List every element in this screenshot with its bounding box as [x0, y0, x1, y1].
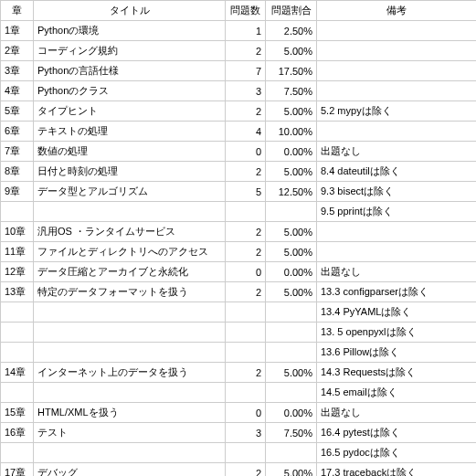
cell-title: テキストの処理 [34, 122, 226, 142]
cell-note: 13.3 configparserは除く [317, 282, 477, 302]
cell-ratio [266, 202, 317, 222]
table-row: 1章Pythonの環境12.50% [1, 21, 477, 41]
cell-count: 0 [226, 142, 266, 162]
cell-ratio: 7.50% [266, 81, 317, 101]
cell-note: 13.6 Pillowは除く [317, 343, 477, 363]
cell-title: 日付と時刻の処理 [34, 162, 226, 182]
cell-title: デバッグ [34, 463, 226, 477]
cell-chapter: 17章 [1, 463, 34, 477]
cell-ratio: 10.00% [266, 122, 317, 142]
cell-note [317, 81, 477, 101]
cell-note: 17.3 tracebackは除く [317, 463, 477, 477]
cell-chapter: 15章 [1, 403, 34, 423]
table-row: 11章ファイルとディレクトリへのアクセス25.00% [1, 242, 477, 262]
cell-ratio: 7.50% [266, 423, 317, 443]
cell-title [34, 202, 226, 222]
cell-ratio: 5.00% [266, 162, 317, 182]
cell-ratio: 5.00% [266, 222, 317, 242]
cell-chapter: 8章 [1, 162, 34, 182]
cell-chapter [1, 343, 34, 363]
table-row: 13章特定のデータフォーマットを扱う25.00%13.3 configparse… [1, 282, 477, 302]
cell-note: 14.5 emailは除く [317, 383, 477, 403]
table-row: 3章Pythonの言語仕様717.50% [1, 61, 477, 81]
table-row: 17章デバッグ25.00%17.3 tracebackは除く [1, 463, 477, 477]
cell-chapter: 10章 [1, 222, 34, 242]
cell-chapter: 7章 [1, 142, 34, 162]
cell-title: データ圧縮とアーカイブと永続化 [34, 262, 226, 282]
cell-title [34, 443, 226, 463]
cell-count [226, 323, 266, 343]
cell-count: 2 [226, 41, 266, 61]
cell-title: Pythonのクラス [34, 81, 226, 101]
cell-count: 2 [226, 242, 266, 262]
cell-title [34, 383, 226, 403]
cell-chapter: 6章 [1, 122, 34, 142]
table-body: 1章Pythonの環境12.50%2章コーディング規約25.00%3章Pytho… [1, 21, 477, 477]
cell-note: 出題なし [317, 262, 477, 282]
header-count: 問題数 [226, 1, 266, 21]
table-row: 13. 5 openpyxlは除く [1, 323, 477, 343]
cell-chapter: 5章 [1, 101, 34, 122]
cell-note [317, 41, 477, 61]
cell-count: 3 [226, 423, 266, 443]
cell-chapter [1, 443, 34, 463]
cell-title: データ型とアルゴリズム [34, 182, 226, 202]
cell-ratio: 0.00% [266, 262, 317, 282]
table-row: 14.5 emailは除く [1, 383, 477, 403]
cell-ratio [266, 323, 317, 343]
cell-count [226, 443, 266, 463]
cell-count: 2 [226, 363, 266, 383]
cell-chapter [1, 302, 34, 323]
cell-ratio: 12.50% [266, 182, 317, 202]
cell-count: 7 [226, 61, 266, 81]
cell-note [317, 222, 477, 242]
table-row: 7章数値の処理00.00%出題なし [1, 142, 477, 162]
cell-count: 2 [226, 101, 266, 122]
header-ratio: 問題割合 [266, 1, 317, 21]
table-row: 5章タイプヒント25.00%5.2 mypyは除く [1, 101, 477, 122]
table-row: 9章データ型とアルゴリズム512.50%9.3 bisectは除く [1, 182, 477, 202]
cell-chapter: 14章 [1, 363, 34, 383]
table-header-row: 章 タイトル 問題数 問題割合 備考 [1, 1, 477, 21]
cell-ratio: 5.00% [266, 242, 317, 262]
cell-count: 4 [226, 122, 266, 142]
cell-ratio: 0.00% [266, 403, 317, 423]
cell-count [226, 302, 266, 323]
cell-ratio: 5.00% [266, 463, 317, 477]
cell-ratio: 5.00% [266, 41, 317, 61]
cell-ratio: 5.00% [266, 101, 317, 122]
cell-count: 2 [226, 222, 266, 242]
cell-chapter: 9章 [1, 182, 34, 202]
cell-count: 0 [226, 262, 266, 282]
cell-ratio: 2.50% [266, 21, 317, 41]
cell-title: 汎用OS ・ランタイムサービス [34, 222, 226, 242]
cell-chapter: 1章 [1, 21, 34, 41]
cell-title: HTML/XMLを扱う [34, 403, 226, 423]
table-row: 6章テキストの処理410.00% [1, 122, 477, 142]
cell-note: 13.4 PyYAMLは除く [317, 302, 477, 323]
cell-ratio [266, 383, 317, 403]
cell-count: 1 [226, 21, 266, 41]
cell-title: 特定のデータフォーマットを扱う [34, 282, 226, 302]
cell-count [226, 383, 266, 403]
cell-ratio: 0.00% [266, 142, 317, 162]
cell-title [34, 302, 226, 323]
cell-note: 出題なし [317, 403, 477, 423]
cell-count: 2 [226, 463, 266, 477]
cell-title: インターネット上のデータを扱う [34, 363, 226, 383]
table-row: 10章汎用OS ・ランタイムサービス25.00% [1, 222, 477, 242]
cell-chapter: 2章 [1, 41, 34, 61]
cell-ratio [266, 302, 317, 323]
table-row: 14章インターネット上のデータを扱う25.00%14.3 Requestsは除く [1, 363, 477, 383]
cell-ratio [266, 343, 317, 363]
cell-note: 14.3 Requestsは除く [317, 363, 477, 383]
cell-note: 5.2 mypyは除く [317, 101, 477, 122]
table-row: 9.5 pprintは除く [1, 202, 477, 222]
cell-count: 5 [226, 182, 266, 202]
cell-ratio [266, 443, 317, 463]
cell-count: 2 [226, 162, 266, 182]
cell-chapter: 3章 [1, 61, 34, 81]
table-row: 2章コーディング規約25.00% [1, 41, 477, 61]
header-chapter: 章 [1, 1, 34, 21]
cell-chapter [1, 383, 34, 403]
